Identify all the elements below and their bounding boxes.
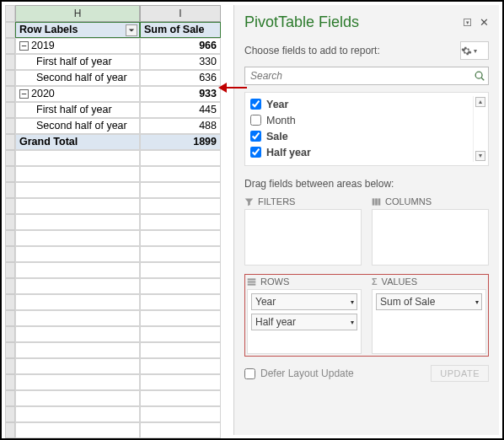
field-checkbox[interactable]	[250, 131, 261, 142]
field-half-year[interactable]: Half year	[247, 144, 473, 160]
row-header[interactable]	[5, 310, 15, 326]
chevron-down-icon[interactable]: ▾	[351, 319, 354, 326]
row-header[interactable]	[5, 390, 15, 406]
row-header[interactable]	[5, 150, 15, 166]
chevron-down-icon[interactable]: ▾	[475, 298, 479, 306]
empty-cell[interactable]	[140, 390, 221, 406]
grand-total-label[interactable]: Grand Total	[15, 134, 140, 150]
empty-cell[interactable]	[15, 422, 140, 438]
row-header[interactable]	[5, 166, 15, 182]
row-header[interactable]	[5, 246, 15, 262]
field-checkbox[interactable]	[250, 99, 261, 110]
header-sum-of-sale[interactable]: Sum of Sale	[140, 22, 221, 38]
pivot-item[interactable]: First half of year	[15, 102, 140, 118]
header-row-labels[interactable]: Row Labels	[15, 22, 140, 38]
row-header[interactable]	[5, 358, 15, 374]
field-list-scrollbar[interactable]: ▴ ▾	[473, 96, 486, 162]
field-sale[interactable]: Sale	[247, 128, 473, 144]
row-header[interactable]	[5, 22, 15, 38]
field-year[interactable]: Year	[247, 96, 473, 112]
scroll-down-icon[interactable]: ▾	[475, 151, 485, 161]
empty-cell[interactable]	[15, 214, 140, 230]
row-header[interactable]	[5, 182, 15, 198]
empty-cell[interactable]	[140, 150, 221, 166]
empty-cell[interactable]	[15, 342, 140, 358]
values-chip-sum-of-sale[interactable]: Sum of Sale▾	[376, 293, 482, 310]
row-header[interactable]	[5, 102, 15, 118]
empty-cell[interactable]	[15, 198, 140, 214]
row-header[interactable]	[5, 326, 15, 342]
row-header[interactable]	[5, 198, 15, 214]
columns-dropzone[interactable]	[372, 209, 489, 266]
row-header[interactable]	[5, 262, 15, 278]
row-header[interactable]	[5, 278, 15, 294]
empty-cell[interactable]	[15, 294, 140, 310]
empty-cell[interactable]	[140, 166, 221, 182]
row-header[interactable]	[5, 406, 15, 422]
collapse-icon[interactable]: −	[19, 41, 29, 51]
empty-cell[interactable]	[15, 374, 140, 390]
empty-cell[interactable]	[15, 390, 140, 406]
pivot-item[interactable]: Second half of year	[15, 118, 140, 134]
row-header[interactable]	[5, 118, 15, 134]
empty-cell[interactable]	[140, 278, 221, 294]
field-month[interactable]: Month	[247, 112, 473, 128]
empty-cell[interactable]	[140, 406, 221, 422]
row-header[interactable]	[5, 54, 15, 70]
pivot-item[interactable]: First half of year	[15, 54, 140, 70]
empty-cell[interactable]	[15, 166, 140, 182]
column-header-h[interactable]: H	[15, 5, 140, 22]
row-header[interactable]	[5, 134, 15, 150]
defer-layout-checkbox[interactable]	[244, 368, 255, 379]
empty-cell[interactable]	[140, 198, 221, 214]
pivot-value[interactable]: 330	[140, 54, 221, 70]
update-button[interactable]: UPDATE	[431, 365, 489, 382]
scroll-up-icon[interactable]: ▴	[475, 97, 485, 107]
empty-cell[interactable]	[15, 310, 140, 326]
empty-cell[interactable]	[15, 230, 140, 246]
pivot-item[interactable]: Second half of year	[15, 70, 140, 86]
row-header[interactable]	[5, 38, 15, 54]
select-all-corner[interactable]	[5, 5, 15, 22]
empty-cell[interactable]	[15, 150, 140, 166]
pivot-value[interactable]: 933	[140, 86, 221, 102]
empty-cell[interactable]	[140, 422, 221, 438]
empty-cell[interactable]	[140, 246, 221, 262]
pivot-value[interactable]: 488	[140, 118, 221, 134]
grand-total-value[interactable]: 1899	[140, 134, 221, 150]
empty-cell[interactable]	[140, 214, 221, 230]
filters-dropzone[interactable]	[244, 209, 362, 266]
row-header[interactable]	[5, 374, 15, 390]
pivot-value[interactable]: 966	[140, 38, 221, 54]
row-header[interactable]	[5, 86, 15, 102]
filter-dropdown-icon[interactable]	[126, 24, 137, 36]
row-header[interactable]	[5, 294, 15, 310]
row-header[interactable]	[5, 230, 15, 246]
field-checkbox[interactable]	[250, 147, 261, 158]
row-header[interactable]	[5, 342, 15, 358]
rows-chip-year[interactable]: Year▾	[251, 293, 357, 310]
pivot-value[interactable]: 636	[140, 70, 221, 86]
empty-cell[interactable]	[140, 326, 221, 342]
row-header[interactable]	[5, 422, 15, 438]
pivot-group-2019[interactable]: −2019	[15, 38, 140, 54]
pivot-value[interactable]: 445	[140, 102, 221, 118]
empty-cell[interactable]	[15, 406, 140, 422]
empty-cell[interactable]	[140, 374, 221, 390]
close-icon[interactable]: ✕	[480, 16, 489, 29]
row-header[interactable]	[5, 70, 15, 86]
empty-cell[interactable]	[15, 246, 140, 262]
empty-cell[interactable]	[15, 182, 140, 198]
empty-cell[interactable]	[15, 262, 140, 278]
column-header-i[interactable]: I	[140, 5, 221, 22]
empty-cell[interactable]	[15, 326, 140, 342]
search-input[interactable]	[244, 67, 489, 85]
empty-cell[interactable]	[140, 262, 221, 278]
empty-cell[interactable]	[15, 358, 140, 374]
empty-cell[interactable]	[140, 294, 221, 310]
pane-options-icon[interactable]	[464, 19, 471, 26]
row-header[interactable]	[5, 214, 15, 230]
chevron-down-icon[interactable]: ▾	[351, 298, 354, 306]
empty-cell[interactable]	[140, 230, 221, 246]
field-checkbox[interactable]	[250, 115, 261, 126]
